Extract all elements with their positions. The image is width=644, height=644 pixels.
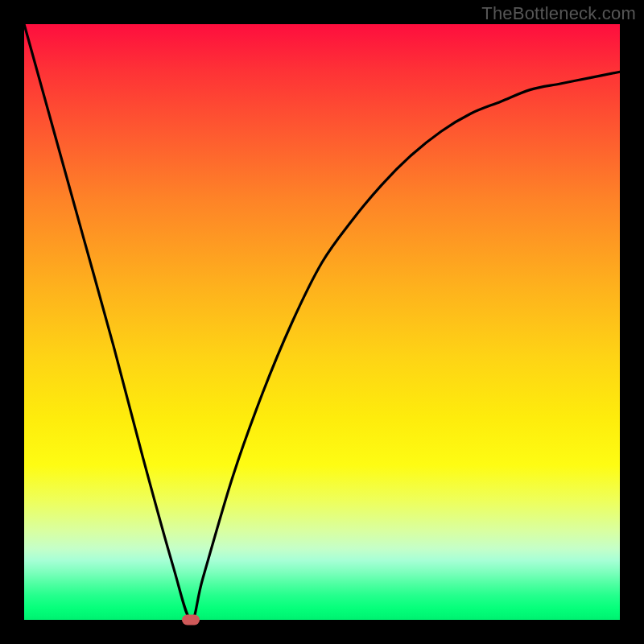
optimum-marker	[182, 615, 200, 625]
bottleneck-curve-path	[24, 24, 620, 620]
plot-area	[24, 24, 620, 620]
curve-svg	[24, 24, 620, 620]
chart-frame: TheBottleneck.com	[0, 0, 644, 644]
watermark-text: TheBottleneck.com	[481, 3, 636, 24]
